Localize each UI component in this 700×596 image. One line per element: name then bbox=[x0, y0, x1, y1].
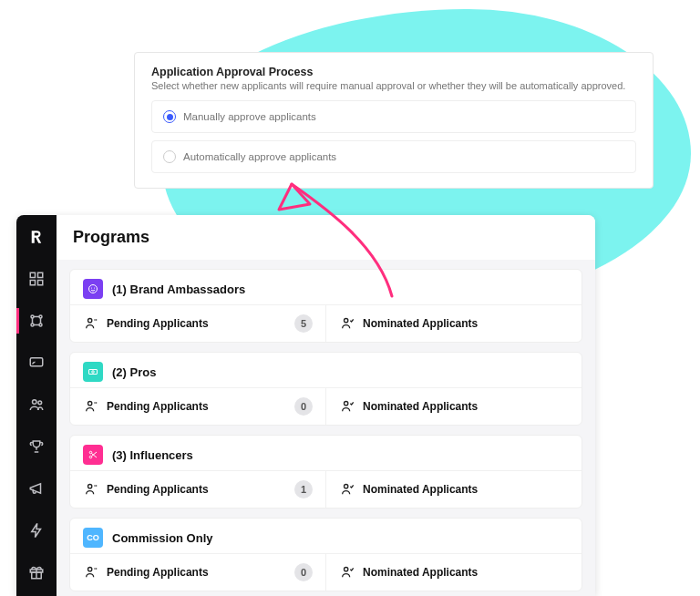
program-head: (3) Influencers bbox=[70, 436, 582, 470]
pending-label: Pending Applicants bbox=[107, 566, 209, 579]
nominated-label: Nominated Applicants bbox=[363, 566, 478, 579]
nav-automation[interactable] bbox=[16, 512, 57, 549]
app-logo bbox=[24, 224, 49, 250]
sidebar bbox=[16, 215, 57, 596]
radio-unselected-icon bbox=[163, 150, 176, 163]
program-card[interactable]: CO Commission Only Pending Applicants 0 … bbox=[69, 518, 582, 591]
program-name: Commission Only bbox=[112, 531, 213, 545]
svg-point-10 bbox=[38, 401, 42, 405]
svg-rect-1 bbox=[38, 272, 43, 277]
person-pending-icon bbox=[83, 399, 99, 414]
smile-icon bbox=[88, 283, 98, 294]
nominated-label: Nominated Applicants bbox=[363, 317, 478, 330]
approval-title: Application Approval Process bbox=[151, 66, 636, 78]
programs-list: (1) Brand Ambassadors Pending Applicants… bbox=[57, 260, 595, 596]
main-area: Programs (1) Brand Ambassadors Pending A… bbox=[57, 215, 595, 596]
program-name: (2) Pros bbox=[112, 365, 156, 379]
approve-auto-option[interactable]: Automatically approve applicants bbox=[151, 140, 636, 173]
scissors-icon bbox=[88, 449, 98, 460]
program-icon bbox=[83, 445, 103, 465]
approve-manual-label: Manually approve applicants bbox=[183, 111, 316, 122]
program-head: CO Commission Only bbox=[70, 519, 582, 553]
program-name: (3) Influencers bbox=[112, 448, 193, 462]
program-row: Pending Applicants 5 Nominated Applicant… bbox=[70, 304, 582, 342]
svg-point-5 bbox=[39, 315, 42, 318]
approve-manual-option[interactable]: Manually approve applicants bbox=[151, 100, 636, 133]
person-nominated-icon bbox=[339, 482, 355, 497]
pending-applicants-cell[interactable]: Pending Applicants 1 bbox=[70, 471, 326, 508]
program-icon bbox=[83, 362, 103, 382]
program-row: Pending Applicants 1 Nominated Applicant… bbox=[70, 470, 582, 508]
page-title: Programs bbox=[73, 228, 579, 247]
svg-point-4 bbox=[31, 315, 34, 318]
svg-point-6 bbox=[31, 324, 34, 326]
pending-count-badge: 0 bbox=[294, 397, 313, 416]
svg-rect-8 bbox=[30, 358, 43, 366]
nominated-applicants-cell[interactable]: Nominated Applicants bbox=[326, 471, 582, 508]
program-card[interactable]: (2) Pros Pending Applicants 0 Nominated … bbox=[69, 352, 582, 426]
person-nominated-icon bbox=[339, 316, 355, 331]
cash-icon bbox=[88, 366, 98, 377]
app-panel: Programs (1) Brand Ambassadors Pending A… bbox=[16, 215, 595, 596]
nav-programs[interactable] bbox=[16, 303, 57, 339]
program-head: (2) Pros bbox=[70, 353, 582, 387]
page-header: Programs bbox=[57, 215, 595, 260]
pending-label: Pending Applicants bbox=[107, 317, 209, 330]
nav-members[interactable] bbox=[16, 386, 57, 423]
svg-point-7 bbox=[39, 324, 42, 326]
person-pending-icon bbox=[83, 565, 99, 580]
nav-announce[interactable] bbox=[16, 470, 57, 507]
nominated-applicants-cell[interactable]: Nominated Applicants bbox=[326, 305, 582, 342]
pending-count-badge: 0 bbox=[294, 563, 313, 581]
pending-applicants-cell[interactable]: Pending Applicants 5 bbox=[70, 305, 326, 342]
person-pending-icon bbox=[83, 316, 99, 331]
pending-applicants-cell[interactable]: Pending Applicants 0 bbox=[70, 554, 326, 591]
program-row: Pending Applicants 0 Nominated Applicant… bbox=[70, 553, 582, 591]
pending-applicants-cell[interactable]: Pending Applicants 0 bbox=[70, 388, 326, 425]
nominated-label: Nominated Applicants bbox=[363, 483, 478, 496]
program-icon bbox=[83, 279, 103, 299]
program-card[interactable]: (3) Influencers Pending Applicants 1 Nom… bbox=[69, 435, 582, 509]
program-icon: CO bbox=[83, 528, 103, 548]
pending-count-badge: 1 bbox=[294, 480, 313, 498]
nav-broadcast[interactable] bbox=[16, 344, 57, 381]
person-pending-icon bbox=[83, 482, 99, 497]
svg-rect-0 bbox=[30, 272, 35, 277]
nav-rewards[interactable] bbox=[16, 428, 57, 465]
person-nominated-icon bbox=[339, 565, 355, 580]
pending-label: Pending Applicants bbox=[107, 483, 209, 496]
svg-point-9 bbox=[33, 400, 37, 405]
radio-selected-icon bbox=[163, 110, 176, 123]
program-card[interactable]: (1) Brand Ambassadors Pending Applicants… bbox=[69, 269, 582, 343]
approval-card: Application Approval Process Select whet… bbox=[134, 52, 654, 189]
program-name: (1) Brand Ambassadors bbox=[112, 283, 245, 296]
pending-count-badge: 5 bbox=[294, 314, 313, 333]
nav-gifts[interactable] bbox=[16, 554, 57, 591]
pending-label: Pending Applicants bbox=[107, 400, 209, 413]
approval-subtitle: Select whether new applicants will requi… bbox=[151, 80, 636, 91]
program-head: (1) Brand Ambassadors bbox=[70, 270, 582, 304]
nominated-applicants-cell[interactable]: Nominated Applicants bbox=[326, 554, 582, 591]
svg-rect-2 bbox=[30, 281, 35, 285]
svg-rect-3 bbox=[38, 281, 43, 285]
program-icon-text: CO bbox=[87, 533, 99, 542]
nominated-applicants-cell[interactable]: Nominated Applicants bbox=[326, 388, 582, 425]
approve-auto-label: Automatically approve applicants bbox=[183, 151, 336, 162]
program-row: Pending Applicants 0 Nominated Applicant… bbox=[70, 387, 582, 425]
nominated-label: Nominated Applicants bbox=[363, 400, 478, 413]
person-nominated-icon bbox=[339, 399, 355, 414]
nav-dashboard[interactable] bbox=[16, 261, 57, 297]
